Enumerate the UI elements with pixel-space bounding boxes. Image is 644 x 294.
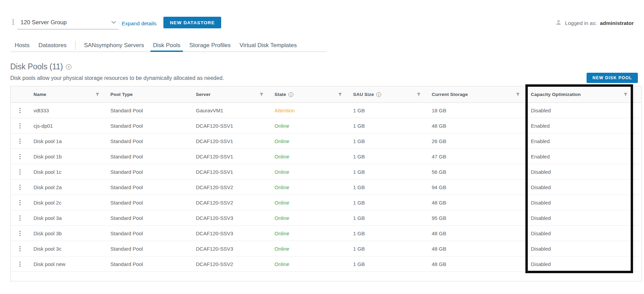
- disk-pools-info-icon[interactable]: i: [66, 64, 71, 70]
- table-body: vdt333Standard PoolGauravVM1Attention1 G…: [11, 103, 642, 272]
- tab-storage-profiles[interactable]: Storage Profiles: [185, 39, 235, 52]
- cell-sau_size: 1 GB: [349, 149, 428, 164]
- cell-current_storage: 94 GB: [428, 180, 527, 195]
- cell-pool_type: Standard Pool: [106, 241, 192, 256]
- user-icon: [555, 19, 562, 27]
- current_storage-filter-icon[interactable]: [516, 93, 520, 97]
- state-info-icon[interactable]: i: [289, 92, 293, 97]
- column-header-name: Name: [29, 86, 106, 102]
- table-row[interactable]: Disk pool 3aStandard PoolDCAF120-SSV3Onl…: [11, 210, 642, 226]
- cell-sau_size: 1 GB: [349, 134, 428, 149]
- column-label-current_storage: Current Storage: [432, 92, 468, 97]
- cell-pool_type: Standard Pool: [106, 195, 192, 210]
- cell-current_storage: 18 GB: [428, 103, 527, 118]
- cell-name: Disk pool 3c: [29, 241, 106, 256]
- tab-disk-pools[interactable]: Disk Pools: [148, 39, 185, 52]
- tab-sansymphony-servers[interactable]: SANsymphony Servers: [80, 39, 149, 52]
- page-description: Disk pools allow your physical storage r…: [10, 75, 224, 81]
- row-menu-button[interactable]: [17, 106, 23, 115]
- sau_size-info-icon[interactable]: i: [376, 92, 381, 97]
- table-row[interactable]: Disk pool 2cStandard PoolDCAF120-SSV2Onl…: [11, 195, 642, 210]
- column-header-current_storage: Current Storage: [428, 86, 527, 102]
- row-overflow-cell: [634, 134, 642, 149]
- cell-server: DCAF120-SSV1: [192, 118, 270, 133]
- cell-server: DCAF120-SSV1: [192, 149, 270, 164]
- server-filter-icon[interactable]: [259, 93, 264, 97]
- row-menu-button[interactable]: [17, 213, 23, 223]
- cell-current_storage: 26 GB: [428, 134, 527, 149]
- row-menu-button[interactable]: [17, 198, 23, 207]
- table-header: NamePool TypeServerStateiSAU SizeiCurren…: [11, 86, 642, 103]
- row-overflow-cell: [634, 210, 642, 225]
- logged-in-user: administrator: [600, 20, 634, 26]
- cell-current_storage: 95 GB: [428, 210, 527, 225]
- cell-state-badge: Online: [270, 195, 349, 210]
- table-row[interactable]: Disk pool 1cStandard PoolDCAF120-SSV1Onl…: [11, 164, 642, 180]
- cell-capacity_optimization: Enabled: [527, 118, 634, 133]
- cell-name: Disk pool 3a: [29, 210, 106, 225]
- cell-state-badge: Online: [270, 210, 349, 225]
- table-row[interactable]: Disk pool 1aStandard PoolDCAF120-SSV1Onl…: [11, 134, 642, 149]
- cell-state-badge: Online: [270, 180, 349, 195]
- row-overflow-cell: [634, 180, 642, 195]
- cell-capacity_optimization: Disabled: [527, 180, 634, 195]
- chevron-down-icon: [111, 21, 116, 24]
- row-menu-button[interactable]: [17, 229, 23, 238]
- table-row[interactable]: Disk pool 2aStandard PoolDCAF120-SSV2Onl…: [11, 180, 642, 195]
- cell-sau_size: 1 GB: [349, 241, 428, 256]
- tab-bar: Hosts Datastores SANsymphony Servers Dis…: [10, 39, 327, 52]
- column-label-name: Name: [33, 92, 46, 97]
- cell-sau_size: 1 GB: [349, 164, 428, 179]
- server-group-grip-icon[interactable]: [13, 19, 14, 25]
- expand-details-link[interactable]: Expand details: [122, 20, 157, 27]
- tab-hosts[interactable]: Hosts: [10, 39, 34, 52]
- tab-divider: [75, 41, 76, 50]
- row-overflow-cell: [634, 256, 642, 271]
- cell-server: DCAF120-SSV3: [192, 210, 270, 225]
- row-menu-button[interactable]: [17, 260, 23, 269]
- cell-pool_type: Standard Pool: [106, 210, 192, 225]
- row-menu-button[interactable]: [17, 244, 23, 253]
- capacity_optimization-filter-icon[interactable]: [623, 93, 628, 97]
- column-header-pool_type: Pool Type: [106, 86, 192, 102]
- column-header-sau_size: SAU Sizei: [349, 86, 428, 102]
- cell-sau_size: 1 GB: [349, 195, 428, 210]
- tab-virtual-disk-templates[interactable]: Virtual Disk Templates: [235, 39, 301, 52]
- cell-sau_size: 1 GB: [349, 103, 428, 118]
- table-row[interactable]: cjs-dp01Standard PoolDCAF120-SSV1Online1…: [11, 118, 642, 134]
- column-label-sau_size: SAU Size: [353, 92, 374, 97]
- cell-pool_type: Standard Pool: [106, 134, 192, 149]
- row-menu-button[interactable]: [17, 121, 23, 130]
- cell-name: Disk pool 1c: [29, 164, 106, 179]
- row-overflow-cell: [634, 118, 642, 133]
- table-row[interactable]: vdt333Standard PoolGauravVM1Attention1 G…: [11, 103, 642, 118]
- name-filter-icon[interactable]: [95, 93, 99, 97]
- cell-state-badge: Online: [270, 256, 349, 271]
- cell-capacity_optimization: Disabled: [527, 164, 634, 179]
- cell-capacity_optimization: Disabled: [527, 210, 634, 225]
- cell-state-badge: Online: [270, 118, 349, 133]
- cell-state-badge: Attention: [270, 103, 349, 118]
- state-filter-icon[interactable]: [338, 93, 342, 97]
- cell-sau_size: 1 GB: [349, 118, 428, 133]
- cell-name: vdt333: [29, 103, 106, 118]
- row-menu-button[interactable]: [17, 137, 23, 146]
- table-row[interactable]: Disk pool 3cStandard PoolDCAF120-SSV3Onl…: [11, 241, 642, 256]
- column-label-state: State: [274, 92, 286, 97]
- column-label-server: Server: [196, 92, 211, 97]
- new-datastore-button[interactable]: NEW DATASTORE: [163, 17, 221, 28]
- row-menu-button[interactable]: [17, 183, 23, 192]
- row-menu-button[interactable]: [17, 167, 23, 177]
- tab-datastores[interactable]: Datastores: [34, 39, 71, 52]
- server-group-select[interactable]: 120 Server Group: [17, 16, 118, 29]
- table-row[interactable]: Disk pool 1bStandard PoolDCAF120-SSV1Onl…: [11, 149, 642, 164]
- cell-current_storage: 47 GB: [428, 149, 527, 164]
- sau_size-filter-icon[interactable]: [417, 93, 421, 97]
- column-label-pool_type: Pool Type: [110, 92, 133, 97]
- table-row[interactable]: Disk pool newStandard PoolDCAF120-SSV2On…: [11, 256, 642, 272]
- cell-server: DCAF120-SSV1: [192, 164, 270, 179]
- row-menu-button[interactable]: [17, 152, 23, 161]
- new-disk-pool-button[interactable]: NEW DISK POOL: [587, 73, 638, 83]
- table-row[interactable]: Disk pool 3bStandard PoolDCAF120-SSV3Onl…: [11, 226, 642, 241]
- cell-state-badge: Online: [270, 241, 349, 256]
